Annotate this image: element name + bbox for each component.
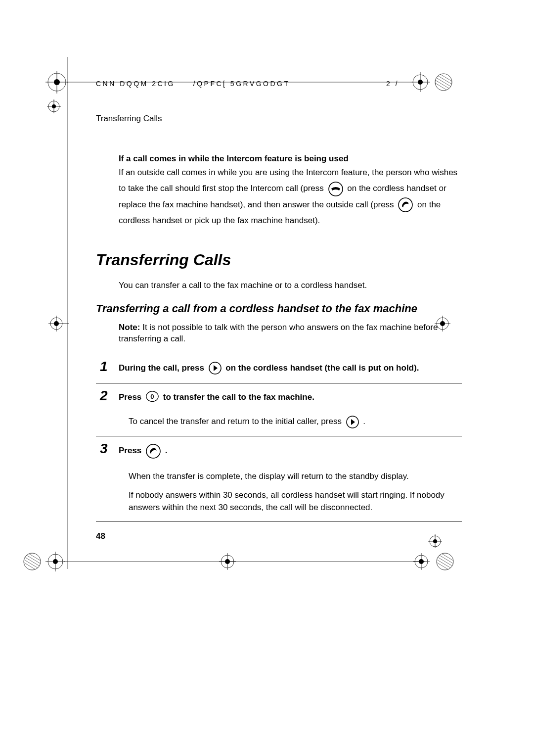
svg-point-25	[48, 101, 59, 112]
step-text: To cancel the transfer and return to the…	[129, 417, 344, 426]
header-code-mid: /QPFC[ 5GRVGODGT	[193, 80, 290, 88]
intro-text: You can transfer a call to the fax machi…	[119, 280, 462, 291]
svg-line-51	[22, 553, 42, 565]
svg-line-50	[22, 562, 42, 573]
step-sub-text-2: If nobody answers within 30 seconds, all…	[129, 489, 462, 514]
page-number: 48	[96, 531, 105, 541]
svg-line-48	[22, 556, 42, 567]
header-code-left: CNN DQQM 2CIG	[96, 80, 175, 88]
step-1: 1 During the call, press on the cordless…	[96, 354, 462, 383]
step-3: 3 Press . When the transfer is complete,…	[96, 436, 462, 521]
talk-icon	[398, 197, 413, 213]
svg-line-56	[435, 559, 455, 570]
svg-point-17	[50, 318, 62, 330]
svg-point-38	[415, 555, 428, 568]
step-sub-text-1: When the transfer is complete, the displ…	[129, 470, 462, 483]
page-content: CNN DQQM 2CIG /QPFC[ 5GRVGODGT 2 / Trans…	[96, 79, 462, 521]
step-text: Press	[119, 446, 144, 456]
zero-key-icon	[145, 390, 159, 404]
svg-point-2	[48, 73, 66, 91]
svg-line-59	[435, 550, 455, 562]
step-number: 1	[100, 357, 108, 376]
header-code-line: CNN DQQM 2CIG /QPFC[ 5GRVGODGT 2 /	[96, 79, 462, 89]
svg-point-34	[221, 555, 234, 568]
svg-point-42	[430, 536, 441, 547]
step-number: 3	[100, 439, 108, 458]
step-body: Press to transfer the call to the fax ma…	[119, 390, 462, 405]
step-number: 2	[100, 386, 108, 405]
note-label: Note:	[119, 323, 140, 332]
step-body: Press .	[119, 443, 462, 459]
svg-point-46	[24, 553, 41, 570]
svg-point-26	[52, 104, 56, 108]
svg-point-39	[419, 559, 424, 564]
hangup-icon	[328, 181, 344, 197]
section-title: Transferring Calls	[96, 249, 462, 271]
step-text: .	[363, 417, 365, 426]
svg-point-30	[48, 554, 63, 569]
step-text: During the call, press	[119, 363, 207, 373]
svg-point-3	[54, 79, 60, 85]
running-title: Transferring Calls	[96, 113, 462, 125]
svg-point-18	[54, 321, 59, 326]
svg-line-52	[22, 550, 42, 562]
right-arrow-icon	[208, 361, 222, 375]
header-code-right: 2 /	[386, 80, 399, 88]
step-body: During the call, press on the cordless h…	[119, 361, 462, 376]
step-2: 2 Press to transfer the call to the fax …	[96, 383, 462, 436]
step-text: Press	[119, 392, 144, 402]
svg-point-53	[437, 553, 453, 570]
svg-point-31	[53, 559, 58, 564]
steps-list: 1 During the call, press on the cordless…	[96, 354, 462, 521]
svg-line-55	[435, 556, 455, 567]
intercom-block: If a call comes in while the Intercom fe…	[119, 153, 462, 229]
step-text: .	[165, 446, 168, 456]
step-text: to transfer the call to the fax machine.	[163, 392, 314, 402]
step-text: on the cordless handset (the call is put…	[225, 363, 419, 373]
intercom-body: If an outside call comes in while you ar…	[119, 165, 462, 229]
svg-line-58	[435, 553, 455, 565]
right-arrow-icon	[346, 415, 359, 429]
talk-icon	[145, 443, 161, 459]
note-text: It is not possible to talk with the pers…	[119, 323, 438, 343]
note-block: Note: It is not possible to talk with th…	[119, 322, 462, 345]
svg-line-49	[22, 559, 42, 570]
svg-point-35	[225, 559, 230, 564]
svg-point-43	[433, 539, 437, 543]
step-sub-text: To cancel the transfer and return to the…	[129, 415, 462, 429]
svg-line-57	[435, 562, 455, 573]
sub-section-title: Transferring a call from a cordless hand…	[96, 302, 462, 315]
intercom-heading: If a call comes in while the Intercom fe…	[119, 153, 462, 165]
